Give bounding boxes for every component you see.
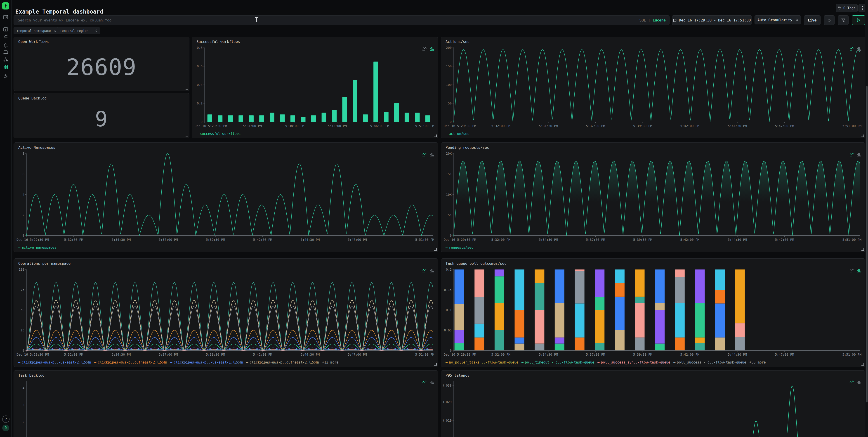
y-tick-label: 0 — [23, 234, 24, 238]
resize-handle[interactable] — [434, 248, 437, 251]
topology-nodes-icon[interactable] — [3, 57, 8, 62]
metrics-chart-icon[interactable] — [3, 33, 8, 39]
stacked-bar-segment — [635, 270, 645, 296]
resize-handle[interactable] — [434, 134, 437, 137]
help-button[interactable]: ? — [2, 415, 9, 423]
chart-legend: —requests/sec — [445, 245, 473, 250]
bar — [228, 115, 233, 122]
chart-svg: 0.0380.0290.019 — [443, 379, 862, 437]
stacked-bar-segment — [555, 303, 564, 338]
line-series — [26, 154, 433, 236]
panel-task-queue-poll-outcomes: Task queue poll outcomes/sec 00.050.10.1… — [441, 258, 865, 367]
filter-edit-button[interactable] — [838, 15, 848, 25]
stacked-bar-segment — [635, 303, 645, 338]
stacked-bar-segment — [535, 270, 544, 283]
resize-handle[interactable] — [862, 134, 864, 137]
legend-label: poll_success · c..-flow-task-queue — [677, 361, 746, 365]
legend-swatch: — — [18, 246, 20, 250]
bar — [363, 115, 368, 122]
run-query-button[interactable] — [852, 15, 865, 25]
bar — [384, 112, 389, 122]
filter-temporal-namespace[interactable]: Temporal namespace — [13, 27, 59, 34]
resize-handle[interactable] — [186, 134, 188, 137]
bar — [208, 115, 212, 122]
alerts-bell-icon[interactable] — [3, 42, 8, 48]
legend-item[interactable]: —poll_timeout · c..-flow-task-queue — [522, 361, 594, 365]
legend-item[interactable]: —requests/sec — [445, 246, 473, 250]
play-icon — [857, 18, 860, 22]
line-series — [26, 300, 433, 350]
panel-successful-workflows: Successful workflows 00.20.40.60.8Dec 16… — [192, 37, 438, 138]
kebab-icon — [862, 6, 863, 10]
legend-more-link[interactable]: +56 more — [749, 361, 766, 365]
granularity-select[interactable]: Auto Granularity — [754, 15, 801, 24]
dashboards-grid-icon[interactable] — [3, 27, 8, 32]
legend-item[interactable]: —poll_success_syn..-flow-task-queue — [597, 361, 670, 365]
legend-item[interactable]: —clickpipes-aws-p..-us-east-1.l2c4n — [170, 361, 243, 365]
stacked-bar-segment — [655, 344, 664, 350]
hosts-monitor-icon[interactable] — [3, 49, 8, 55]
sidebar: ? D — [0, 0, 11, 437]
resize-handle[interactable] — [862, 363, 864, 366]
bar — [249, 115, 254, 122]
resize-handle[interactable] — [862, 248, 864, 251]
y-tick-label: 0.019 — [443, 419, 452, 422]
mode-sql-label[interactable]: SQL — [640, 18, 646, 22]
query-mode-toggle[interactable]: SQL | Lucene — [640, 15, 666, 25]
y-tick-label: 0 — [201, 120, 203, 124]
user-avatar[interactable]: D — [2, 425, 9, 431]
apps-grid-icon[interactable] — [3, 64, 8, 70]
filter-temporal-region[interactable]: Temporal region — [57, 27, 100, 34]
legend-more-link[interactable]: +12 more — [322, 361, 338, 365]
stacked-bar-segment — [695, 270, 705, 303]
legend-label: poll_success_syn..-flow-task-queue — [601, 361, 670, 365]
search-input[interactable] — [14, 15, 669, 25]
live-button[interactable]: Live — [804, 15, 820, 25]
panel-title: Task backlog — [18, 373, 44, 378]
x-tick-label: 5:32:00 PM — [64, 353, 83, 356]
chart-canvas: 02468Dec 16 5:29:30 PM5:32:00 PM5:34:30 … — [16, 151, 435, 244]
bar — [342, 97, 347, 122]
chart-legend: —no_poller_tasks ..-flow-task-queue—poll… — [445, 360, 766, 365]
collapse-sidebar-icon[interactable] — [3, 14, 8, 20]
scrollbar-track[interactable] — [865, 0, 868, 437]
x-tick-label: 5:51:00 PM — [415, 238, 434, 242]
settings-gear-icon[interactable] — [3, 73, 8, 79]
y-tick-label: 10K — [446, 193, 452, 196]
panel-title: Active Namespaces — [18, 145, 55, 150]
legend-item[interactable]: —no_poller_tasks ..-flow-task-queue — [445, 361, 518, 365]
stacked-bar-segment — [575, 338, 584, 350]
date-range-button[interactable]: Dec 16 17:29:30 - Dec 16 17:51:30 — [672, 15, 752, 25]
x-tick-label: 5:37:00 PM — [586, 124, 605, 128]
stacked-bar-segment — [595, 297, 604, 310]
chart-canvas: 00.20.40.60.8Dec 16 5:29:30 PM5:34:00 PM… — [194, 45, 435, 130]
page-title: Example Temporal dashboard — [16, 8, 103, 15]
y-tick-label: 0 — [450, 349, 452, 352]
y-tick-label: 5K — [448, 213, 452, 217]
filter-label: Temporal region — [60, 29, 88, 33]
legend-item[interactable]: —clickpipes-aws-p..outheast-2.l2c4n — [94, 361, 167, 365]
legend-item[interactable]: —successful workflows — [196, 132, 241, 136]
scrollbar-thumb[interactable] — [866, 86, 868, 402]
legend-item[interactable]: —active namespaces — [18, 246, 57, 250]
resize-handle[interactable] — [434, 363, 437, 366]
app-logo-icon[interactable] — [2, 2, 9, 9]
resize-handle[interactable] — [186, 87, 188, 90]
legend-item[interactable]: —action/sec — [445, 132, 469, 136]
y-tick-label: 0.15 — [444, 288, 452, 292]
legend-item[interactable]: —poll_success · c..-flow-task-queue — [673, 361, 746, 365]
x-tick-label: 5:42:00 PM — [680, 238, 699, 242]
stat-value: 9 — [14, 100, 189, 138]
chart-svg: 00.20.40.60.8Dec 16 5:29:30 PM5:34:00 PM… — [194, 45, 435, 130]
bar — [405, 113, 409, 122]
legend-item[interactable]: —clickpipes-aws-p..-us-east-2.l2c4n — [18, 361, 91, 365]
x-tick-label: Dec 16 5:29:30 PM — [444, 238, 476, 242]
mode-lucene-label[interactable]: Lucene — [653, 18, 666, 22]
legend-item[interactable]: —clickpipes-aws-p..outheast-2.l2c4n — [246, 361, 319, 365]
legend-swatch: — — [445, 361, 447, 365]
x-tick-label: 5:39:30 PM — [206, 238, 225, 242]
stacked-bar-segment — [495, 276, 504, 303]
x-tick-label: Dec 16 5:29:30 PM — [444, 124, 476, 128]
refresh-button[interactable] — [824, 15, 835, 25]
tags-button[interactable]: 0 Tags — [836, 4, 858, 12]
